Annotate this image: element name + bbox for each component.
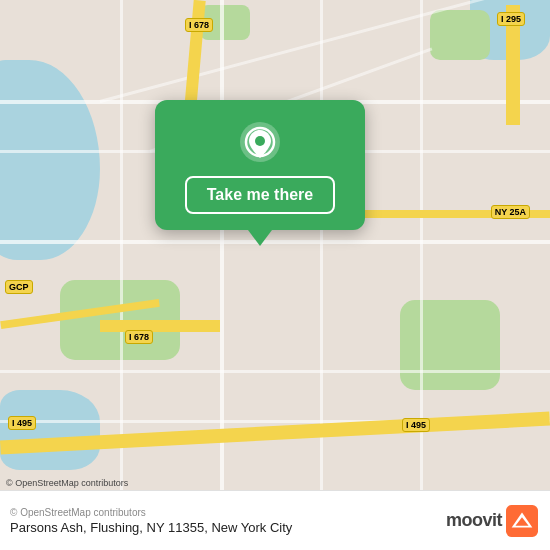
map-view[interactable]: I 678 I 678 I 295 I 495 I 495 NY 25A NY … [0, 0, 550, 490]
take-me-there-button[interactable]: Take me there [185, 176, 335, 214]
moovit-wordmark: moovit [446, 510, 502, 531]
label-gcp: GCP [5, 280, 33, 294]
label-i495-right: I 495 [402, 418, 430, 432]
park-area-2 [400, 300, 500, 390]
attribution-text: © OpenStreetMap contributors [10, 507, 292, 518]
road-vertical-2 [220, 0, 224, 490]
road-vertical-3 [320, 0, 323, 490]
label-i495-left: I 495 [8, 416, 36, 430]
address-text: Parsons Ash, Flushing, NY 11355, New Yor… [10, 520, 292, 535]
moovit-logo: moovit [446, 505, 538, 537]
label-ny25a-2: NY 25A [491, 205, 530, 219]
road-vertical-4 [420, 0, 423, 490]
road-horizontal-4 [0, 370, 550, 373]
label-i295: I 295 [497, 12, 525, 26]
location-pin-icon [238, 120, 282, 164]
osm-attribution-map: © OpenStreetMap contributors [6, 478, 128, 488]
park-area-3 [430, 10, 490, 60]
bottom-bar: © OpenStreetMap contributors Parsons Ash… [0, 490, 550, 550]
highway-678-horizontal [100, 320, 220, 332]
svg-point-2 [255, 136, 265, 146]
map-background: I 678 I 678 I 295 I 495 I 495 NY 25A NY … [0, 0, 550, 490]
road-horizontal-3 [0, 240, 550, 244]
label-i678-top: I 678 [185, 18, 213, 32]
water-body-bottom-left [0, 390, 100, 470]
water-body-left [0, 60, 100, 260]
label-i678-mid: I 678 [125, 330, 153, 344]
road-vertical-1 [120, 0, 123, 490]
moovit-icon [506, 505, 538, 537]
location-icon-wrap [236, 118, 284, 166]
popup-card: Take me there [155, 100, 365, 230]
